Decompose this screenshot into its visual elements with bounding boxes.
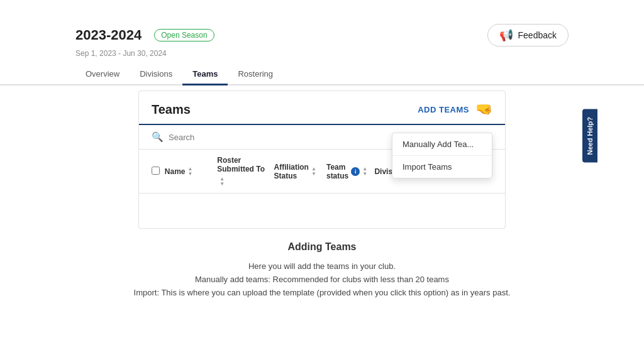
roster-sort[interactable]: ▲▼ xyxy=(219,177,225,187)
feedback-icon: 📢 xyxy=(499,28,513,42)
panel-header: Teams ADD TEAMS 🤜 Manually Add Tea... Im… xyxy=(139,91,505,125)
panel-title: Teams xyxy=(152,102,191,117)
affiliation-sort[interactable]: ▲▼ xyxy=(311,167,316,177)
adding-teams-title: Adding Teams xyxy=(13,241,631,253)
col-team-status: Teamstatus i ▲▼ xyxy=(326,163,374,180)
import-teams-item[interactable]: Import Teams xyxy=(392,156,492,178)
tab-divisions[interactable]: Divisions xyxy=(130,64,182,85)
feedback-button[interactable]: 📢 Feedback xyxy=(487,24,569,47)
teams-panel: Teams ADD TEAMS 🤜 Manually Add Tea... Im… xyxy=(138,90,506,229)
adding-teams-section: Adding Teams Here you will add the teams… xyxy=(0,229,644,299)
col-name: Name ▲▼ xyxy=(165,167,217,177)
smiley-icon: 🤜 xyxy=(475,101,492,118)
feedback-label: Feedback xyxy=(518,30,557,40)
need-help-tab[interactable]: Need Help? xyxy=(582,109,597,163)
select-all-checkbox[interactable] xyxy=(152,167,160,175)
season-title: 2023-2024 xyxy=(75,27,142,43)
tab-rostering[interactable]: Rostering xyxy=(228,64,283,85)
adding-teams-description: Here you will add the teams in your club… xyxy=(13,260,631,299)
tab-teams[interactable]: Teams xyxy=(182,64,228,85)
search-icon: 🔍 xyxy=(152,131,164,143)
add-teams-dropdown: Manually Add Tea... Import Teams xyxy=(392,133,492,178)
need-help-label: Need Help? xyxy=(586,117,594,155)
team-status-sort[interactable]: ▲▼ xyxy=(362,167,367,177)
nav-tabs: Overview Divisions Teams Rostering xyxy=(0,64,644,85)
tab-overview[interactable]: Overview xyxy=(75,64,130,85)
search-input[interactable] xyxy=(169,133,294,142)
manually-add-team-item[interactable]: Manually Add Tea... xyxy=(392,133,492,156)
date-range: Sep 1, 2023 - Jun 30, 2024 xyxy=(75,49,569,58)
open-season-badge: Open Season xyxy=(154,29,214,41)
add-teams-button[interactable]: ADD TEAMS xyxy=(418,105,469,114)
col-roster-submitted: RosterSubmitted To ▲▼ xyxy=(217,156,274,187)
name-sort[interactable]: ▲▼ xyxy=(188,167,193,177)
team-status-info-icon[interactable]: i xyxy=(351,167,360,176)
col-affiliation-status: AffiliationStatus ▲▼ xyxy=(274,163,326,180)
